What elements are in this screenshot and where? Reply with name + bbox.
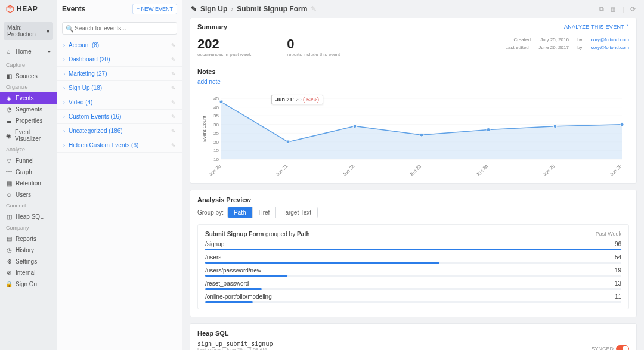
analysis-row[interactable]: /online-portfolio/modeling11 <box>205 293 621 303</box>
chevron-right-icon: › <box>63 57 65 63</box>
nav-item-events[interactable]: ◈Events <box>0 92 57 104</box>
groupby-segment-target-text[interactable]: Target Text <box>276 207 317 218</box>
event-category-row[interactable]: ›Account (8)✎ <box>57 38 182 52</box>
edit-icon[interactable]: ✎ <box>171 128 176 134</box>
svg-text:45: 45 <box>213 96 219 101</box>
event-count-chart: 1015202530354045Event CountJun 20Jun 21J… <box>190 91 636 183</box>
svg-text:10: 10 <box>213 157 219 162</box>
sql-last-synced: Last synced: June 26th, 1:58 AM <box>197 347 273 350</box>
refresh-icon[interactable]: ⟳ <box>630 5 636 13</box>
edit-icon[interactable]: ✎ <box>311 5 317 13</box>
analysis-row[interactable]: /users/password/new19 <box>205 267 621 277</box>
analysis-row-value: 11 <box>615 293 621 300</box>
events-search-input[interactable] <box>62 22 177 35</box>
category-icon: ✎ <box>191 5 197 13</box>
tag-icon: ◈ <box>6 95 12 101</box>
nav-item-funnel[interactable]: ▽Funnel <box>0 155 57 166</box>
analysis-row-path: /signup <box>205 241 224 247</box>
grouped-panel: Submit Signup Form grouped by Path Past … <box>197 224 629 309</box>
nav-item-sources[interactable]: ◧Sources <box>0 70 57 82</box>
sql-heading: Heap SQL <box>190 324 636 340</box>
nav-item-settings[interactable]: ⚙Settings <box>0 256 57 267</box>
graph-icon: 〰 <box>6 169 12 175</box>
chevron-right-icon: › <box>63 100 65 106</box>
event-category-label: Marketing (27) <box>69 70 171 77</box>
analysis-row-value: 96 <box>615 241 621 247</box>
sync-toggle[interactable] <box>616 345 629 350</box>
analysis-row-bar <box>205 262 621 264</box>
heap-sql-card: Heap SQL sign_up_submit_signup Last sync… <box>190 323 637 350</box>
event-category-row[interactable]: ›Sign Up (18)✎ <box>57 81 182 95</box>
add-note-link[interactable]: add note <box>190 76 636 91</box>
chevron-right-icon: › <box>63 114 65 120</box>
nav-item-retention[interactable]: ▦Retention <box>0 178 57 189</box>
clock-icon: ◷ <box>6 247 12 253</box>
summary-heading: Summary <box>197 23 227 30</box>
nav-item-history[interactable]: ◷History <box>0 244 57 256</box>
logo-text: HEAP <box>17 5 38 13</box>
event-category-label: Hidden Custom Events (6) <box>69 142 171 148</box>
copy-icon[interactable]: ⧉ <box>599 5 604 13</box>
new-event-button[interactable]: + NEW EVENT <box>132 4 177 14</box>
nav-item-properties[interactable]: ≣Properties <box>0 115 57 126</box>
event-category-row[interactable]: ›Custom Events (16)✎ <box>57 110 182 124</box>
analysis-row[interactable]: /signup96 <box>205 241 621 250</box>
svg-text:Jun 24: Jun 24 <box>475 163 490 177</box>
edit-icon[interactable]: ✎ <box>171 42 176 48</box>
analyze-event-link[interactable]: ANALYZE THIS EVENT ˅ <box>564 24 629 30</box>
sql-table-name: sign_up_submit_signup <box>197 340 273 347</box>
chevron-right-icon: › <box>63 71 65 77</box>
analysis-row-path: /online-portfolio/modeling <box>205 293 272 300</box>
chevron-down-icon: ▾ <box>48 48 51 55</box>
chevron-right-icon: › <box>63 42 65 48</box>
edit-icon[interactable]: ✎ <box>171 100 176 106</box>
nav-item-users[interactable]: ☺Users <box>0 189 57 200</box>
nav-item-home[interactable]: ⌂ Home ▾ <box>0 46 57 57</box>
groupby-segment-href[interactable]: Href <box>253 207 277 218</box>
nav-item-signout[interactable]: 🔒Sign Out <box>0 278 57 290</box>
edit-icon[interactable]: ✎ <box>171 85 176 91</box>
edit-icon[interactable]: ✎ <box>171 114 176 120</box>
sidebar: HEAP Main: Production ▾ ⌂ Home ▾ Capture… <box>0 0 57 350</box>
analysis-row[interactable]: /reset_password13 <box>205 280 621 290</box>
edit-icon[interactable]: ✎ <box>171 57 176 63</box>
event-category-row[interactable]: ›Uncategorized (186)✎ <box>57 124 182 138</box>
event-category-label: Custom Events (16) <box>69 113 171 120</box>
search-icon: 🔍 <box>66 24 74 32</box>
groupby-segment-path[interactable]: Path <box>228 207 253 218</box>
event-category-row[interactable]: ›Marketing (27)✎ <box>57 67 182 81</box>
nav-item-reports[interactable]: ▤Reports <box>0 233 57 244</box>
breadcrumb-parent[interactable]: Sign Up <box>200 5 227 13</box>
nav-item-heap-sql[interactable]: ◫Heap SQL <box>0 211 57 222</box>
nav-item-segments[interactable]: ◔Segments <box>0 104 57 115</box>
nav-item-graph[interactable]: 〰Graph <box>0 166 57 178</box>
analysis-row-value: 19 <box>615 267 621 274</box>
logo[interactable]: HEAP <box>0 0 57 18</box>
analysis-row-path: /reset_password <box>205 280 249 287</box>
svg-text:30: 30 <box>213 122 219 128</box>
svg-point-24 <box>553 125 557 128</box>
analysis-row-bar <box>205 301 621 303</box>
summary-card: Summary ANALYZE THIS EVENT ˅ 202 occurre… <box>190 18 637 184</box>
event-category-row[interactable]: ›Hidden Custom Events (6)✎ <box>57 138 182 153</box>
svg-point-20 <box>286 140 290 144</box>
event-category-label: Video (4) <box>69 99 171 106</box>
breadcrumb: ✎ Sign Up › Submit Signup Form ✎ <box>191 5 317 13</box>
db-icon: ◫ <box>6 214 12 220</box>
event-category-label: Dashboard (20) <box>69 56 171 63</box>
nav-heading-analyze: Analyze <box>0 144 57 155</box>
calendar-icon: ▦ <box>6 181 12 187</box>
event-category-row[interactable]: ›Video (4)✎ <box>57 95 182 110</box>
nav-item-event-visualizer[interactable]: ◉Event Visualizer <box>0 126 57 144</box>
nav-heading-capture: Capture <box>0 60 57 70</box>
event-category-row[interactable]: ›Dashboard (20)✎ <box>57 52 182 67</box>
notes-heading: Notes <box>190 64 636 76</box>
edit-icon[interactable]: ✎ <box>171 143 176 148</box>
edit-icon[interactable]: ✎ <box>171 71 176 77</box>
analysis-row[interactable]: /users54 <box>205 254 621 264</box>
chart-tooltip: Jun 21: 20 (-53%) <box>271 95 323 104</box>
trash-icon[interactable]: 🗑 <box>610 5 617 13</box>
svg-point-25 <box>620 123 624 126</box>
nav-item-internal[interactable]: ⊘Internal <box>0 267 57 278</box>
environment-selector[interactable]: Main: Production ▾ <box>4 22 53 40</box>
